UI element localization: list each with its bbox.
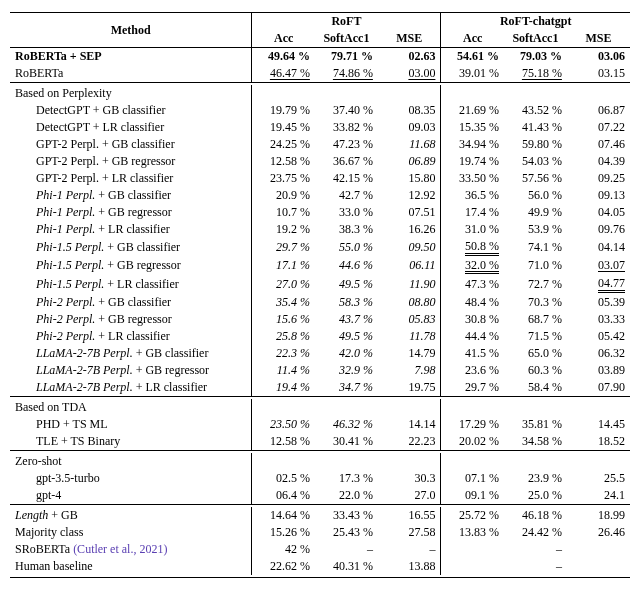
table-row: TLE + TS Binary12.58 %30.41 %22.2320.02 … bbox=[10, 433, 630, 451]
value-cell: 53.9 % bbox=[504, 221, 567, 238]
citation-link[interactable]: (Cutler et al., 2021) bbox=[73, 542, 167, 556]
value-cell: 56.0 % bbox=[504, 187, 567, 204]
table-row: DetectGPT + GB classifier19.79 %37.40 %0… bbox=[10, 102, 630, 119]
method-cell: Phi-1.5 Perpl. + GB classifier bbox=[10, 238, 252, 257]
value-cell: 30.8 % bbox=[441, 311, 504, 328]
value-cell: 11.68 bbox=[378, 136, 441, 153]
method-cell: DetectGPT + GB classifier bbox=[10, 102, 252, 119]
value-cell: 47.23 % bbox=[315, 136, 378, 153]
col-acc-roft: Acc bbox=[252, 30, 315, 48]
value-cell: 06.87 bbox=[567, 102, 630, 119]
value-cell: 70.3 % bbox=[504, 294, 567, 311]
value-cell: 27.0 % bbox=[252, 275, 315, 294]
value-cell: 10.7 % bbox=[252, 204, 315, 221]
col-mse-chat: MSE bbox=[567, 30, 630, 48]
value-cell: 19.75 bbox=[378, 379, 441, 397]
value-cell: 07.90 bbox=[567, 379, 630, 397]
value-cell: 29.7 % bbox=[441, 379, 504, 397]
value-cell: 32.0 % bbox=[441, 257, 504, 276]
value-cell: 42.7 % bbox=[315, 187, 378, 204]
value-cell: 03.00 bbox=[378, 65, 441, 83]
value-cell: 17.4 % bbox=[441, 204, 504, 221]
value-cell: 08.35 bbox=[378, 102, 441, 119]
value-cell: 15.80 bbox=[378, 170, 441, 187]
method-cell: GPT-2 Perpl. + GB classifier bbox=[10, 136, 252, 153]
value-cell: 24.42 % bbox=[504, 524, 567, 541]
value-cell: 49.9 % bbox=[504, 204, 567, 221]
value-cell: 46.32 % bbox=[315, 416, 378, 433]
value-cell bbox=[567, 541, 630, 558]
value-cell: 19.4 % bbox=[252, 379, 315, 397]
method-cell: Phi-1.5 Perpl. + LR classifier bbox=[10, 275, 252, 294]
table-row: LLaMA-2-7B Perpl. + GB classifier22.3 %4… bbox=[10, 345, 630, 362]
table-row: Phi-1 Perpl. + GB classifier20.9 %42.7 %… bbox=[10, 187, 630, 204]
value-cell: 09.1 % bbox=[441, 487, 504, 505]
value-cell: 03.33 bbox=[567, 311, 630, 328]
value-cell: 38.3 % bbox=[315, 221, 378, 238]
table-row: Phi-1.5 Perpl. + LR classifier27.0 %49.5… bbox=[10, 275, 630, 294]
value-cell: 19.45 % bbox=[252, 119, 315, 136]
value-cell: 19.2 % bbox=[252, 221, 315, 238]
value-cell: 22.62 % bbox=[252, 558, 315, 575]
table-row: RoBERTa46.47 %74.86 %03.0039.01 %75.18 %… bbox=[10, 65, 630, 83]
table-row: SRoBERTa (Cutler et al., 2021)42 %––– bbox=[10, 541, 630, 558]
table-row: DetectGPT + LR classifier19.45 %33.82 %0… bbox=[10, 119, 630, 136]
method-cell: RoBERTa bbox=[10, 65, 252, 83]
table-row: LLaMA-2-7B Perpl. + GB regressor11.4 %32… bbox=[10, 362, 630, 379]
value-cell: 23.6 % bbox=[441, 362, 504, 379]
method-cell: Phi-1 Perpl. + GB classifier bbox=[10, 187, 252, 204]
value-cell: 44.6 % bbox=[315, 257, 378, 276]
value-cell: 22.23 bbox=[378, 433, 441, 451]
value-cell: 49.5 % bbox=[315, 328, 378, 345]
value-cell: 03.15 bbox=[567, 65, 630, 83]
value-cell: 74.86 % bbox=[315, 65, 378, 83]
value-cell: 71.0 % bbox=[504, 257, 567, 276]
value-cell: 34.94 % bbox=[441, 136, 504, 153]
value-cell: 71.5 % bbox=[504, 328, 567, 345]
method-cell: DetectGPT + LR classifier bbox=[10, 119, 252, 136]
value-cell: – bbox=[315, 541, 378, 558]
value-cell: 07.22 bbox=[567, 119, 630, 136]
value-cell: – bbox=[378, 541, 441, 558]
table-row: LLaMA-2-7B Perpl. + LR classifier19.4 %3… bbox=[10, 379, 630, 397]
value-cell: 05.83 bbox=[378, 311, 441, 328]
value-cell: 41.43 % bbox=[504, 119, 567, 136]
table-row: PHD + TS ML23.50 %46.32 %14.1417.29 %35.… bbox=[10, 416, 630, 433]
value-cell: 12.92 bbox=[378, 187, 441, 204]
method-cell: Phi-1.5 Perpl. + GB regressor bbox=[10, 257, 252, 276]
value-cell: 15.35 % bbox=[441, 119, 504, 136]
value-cell: 36.67 % bbox=[315, 153, 378, 170]
value-cell: 14.64 % bbox=[252, 507, 315, 524]
value-cell: 46.47 % bbox=[252, 65, 315, 83]
value-cell: 54.61 % bbox=[441, 48, 504, 66]
col-method: Method bbox=[10, 13, 252, 48]
value-cell: 23.75 % bbox=[252, 170, 315, 187]
method-cell: LLaMA-2-7B Perpl. + LR classifier bbox=[10, 379, 252, 397]
value-cell: 65.0 % bbox=[504, 345, 567, 362]
method-cell: Phi-2 Perpl. + GB classifier bbox=[10, 294, 252, 311]
value-cell: 33.43 % bbox=[315, 507, 378, 524]
method-cell: RoBERTa + SEP bbox=[10, 48, 252, 66]
table-row: Phi-2 Perpl. + GB classifier35.4 %58.3 %… bbox=[10, 294, 630, 311]
value-cell: 20.02 % bbox=[441, 433, 504, 451]
value-cell bbox=[441, 558, 504, 575]
value-cell: 79.71 % bbox=[315, 48, 378, 66]
method-cell: Majority class bbox=[10, 524, 252, 541]
value-cell: 43.52 % bbox=[504, 102, 567, 119]
table-row: Phi-1 Perpl. + LR classifier19.2 %38.3 %… bbox=[10, 221, 630, 238]
value-cell: 16.55 bbox=[378, 507, 441, 524]
value-cell: 09.76 bbox=[567, 221, 630, 238]
value-cell: 09.25 bbox=[567, 170, 630, 187]
table-row: Phi-1 Perpl. + GB regressor10.7 %33.0 %0… bbox=[10, 204, 630, 221]
value-cell: 42.15 % bbox=[315, 170, 378, 187]
value-cell: 04.14 bbox=[567, 238, 630, 257]
table-row: gpt-3.5-turbo02.5 %17.3 %30.307.1 %23.9 … bbox=[10, 470, 630, 487]
value-cell: 25.72 % bbox=[441, 507, 504, 524]
value-cell: 79.03 % bbox=[504, 48, 567, 66]
value-cell: 50.8 % bbox=[441, 238, 504, 257]
method-cell: Phi-2 Perpl. + GB regressor bbox=[10, 311, 252, 328]
value-cell: 09.03 bbox=[378, 119, 441, 136]
value-cell: 24.1 bbox=[567, 487, 630, 505]
value-cell: 13.88 bbox=[378, 558, 441, 575]
value-cell: 43.7 % bbox=[315, 311, 378, 328]
